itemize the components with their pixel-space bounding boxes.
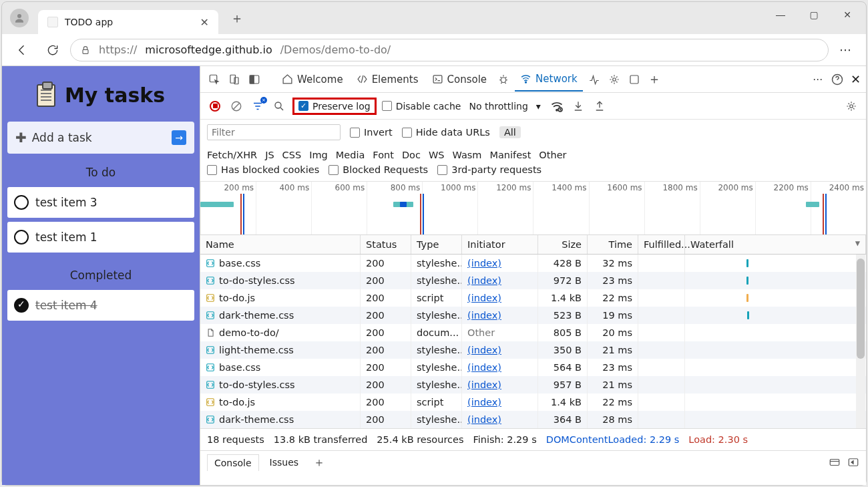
col-initiator[interactable]: Initiator xyxy=(462,235,538,254)
add-task-input[interactable]: ✚ Add a task → xyxy=(7,122,194,154)
request-row[interactable]: to-do-styles.css200styleshe...(index)972… xyxy=(200,272,866,289)
preserve-log-checkbox[interactable]: ✓ Preserve log xyxy=(292,98,377,115)
url-input[interactable]: https://microsoftedge.github.io/Demos/de… xyxy=(70,39,829,61)
request-row[interactable]: demo-to-do/200docum...Other805 B20 ms xyxy=(200,324,866,341)
tab-elements[interactable]: Elements xyxy=(351,69,424,90)
col-status[interactable]: Status xyxy=(361,235,411,254)
window-minimize-button[interactable]: ― xyxy=(766,5,795,25)
window-close-button[interactable]: ✕ xyxy=(833,5,862,25)
col-time[interactable]: Time xyxy=(588,235,638,254)
refresh-button[interactable] xyxy=(39,37,66,63)
drawer-tab-console[interactable]: Console xyxy=(207,454,259,471)
inspect-element-button[interactable] xyxy=(206,71,223,88)
svg-point-0 xyxy=(17,14,21,18)
filter-type[interactable]: WS xyxy=(429,150,445,160)
filter-type[interactable]: Media xyxy=(336,150,365,160)
task-checkbox[interactable] xyxy=(14,195,29,210)
window-maximize-button[interactable]: ▢ xyxy=(799,5,829,25)
network-timeline[interactable]: 200 ms400 ms600 ms800 ms1000 ms1200 ms14… xyxy=(200,182,866,235)
new-tab-button[interactable]: ＋ xyxy=(226,5,248,31)
network-grid-body[interactable]: base.css200styleshe...(index)428 B32 mst… xyxy=(200,255,866,428)
filter-type[interactable]: JS xyxy=(265,150,274,160)
dock-side-button[interactable] xyxy=(246,71,263,88)
profile-button[interactable] xyxy=(10,9,29,27)
task-item[interactable]: test item 1 xyxy=(7,222,194,253)
request-row[interactable]: base.css200styleshe...(index)564 B23 ms xyxy=(200,359,866,376)
performance-icon[interactable] xyxy=(586,71,603,88)
application-icon[interactable] xyxy=(626,71,643,88)
network-toolbar: × ✓ Preserve log Disable cache No thrott… xyxy=(200,93,866,120)
disable-cache-checkbox[interactable]: Disable cache xyxy=(382,101,461,112)
timeline-tick: 2400 ms xyxy=(811,182,866,234)
record-button[interactable] xyxy=(207,98,223,114)
request-row[interactable]: to-do.js200script(index)1.4 kB22 ms xyxy=(200,393,866,411)
request-row[interactable]: to-do.js200script(index)1.4 kB22 ms xyxy=(200,289,866,307)
task-label: test item 4 xyxy=(35,299,97,312)
search-button[interactable] xyxy=(271,98,287,114)
memory-icon[interactable] xyxy=(606,71,623,88)
drawer-add-tab[interactable]: ＋ xyxy=(309,454,329,470)
request-row[interactable]: base.css200styleshe...(index)428 B32 ms xyxy=(200,255,866,272)
timeline-tick: 2000 ms xyxy=(700,182,755,234)
lock-icon xyxy=(80,45,91,55)
filter-type[interactable]: Other xyxy=(539,150,566,160)
tab-welcome[interactable]: Welcome xyxy=(276,69,349,90)
browser-menu-button[interactable]: ⋯ xyxy=(833,43,859,57)
export-har-button[interactable] xyxy=(592,98,608,114)
filter-type[interactable]: Doc xyxy=(402,150,421,160)
filter-toggle-button[interactable]: × xyxy=(250,98,266,114)
invert-checkbox[interactable]: Invert xyxy=(350,127,393,138)
svg-rect-6 xyxy=(250,75,254,84)
task-item-done[interactable]: test item 4 xyxy=(7,290,194,321)
filter-type[interactable]: Font xyxy=(373,150,394,160)
blocked-cookies-checkbox[interactable]: Has blocked cookies xyxy=(207,164,319,175)
filter-input[interactable] xyxy=(207,124,341,140)
request-row[interactable]: light-theme.css200styleshe...(index)350 … xyxy=(200,341,866,359)
tab-favicon xyxy=(47,17,58,27)
help-icon[interactable] xyxy=(831,73,844,86)
device-toolbar-button[interactable] xyxy=(226,71,243,88)
col-size[interactable]: Size xyxy=(538,235,588,254)
network-conditions-button[interactable] xyxy=(549,98,565,114)
status-finish: Finish: 2.29 s xyxy=(473,434,536,445)
blocked-requests-checkbox[interactable]: Blocked Requests xyxy=(329,164,428,175)
devtools-close-button[interactable]: ✕ xyxy=(851,72,861,86)
request-row[interactable]: dark-theme.css200styleshe...(index)523 B… xyxy=(200,307,866,324)
filter-type[interactable]: CSS xyxy=(282,150,302,160)
devtools-panel: Welcome Elements Console Network ＋ ⋯ ✕ xyxy=(200,66,866,485)
section-todo-label: To do xyxy=(7,162,194,179)
filter-type[interactable]: Fetch/XHR xyxy=(207,150,257,160)
task-checkbox[interactable] xyxy=(14,298,29,313)
more-tabs-button[interactable]: ＋ xyxy=(646,71,663,88)
drawer-expand-icon[interactable] xyxy=(847,456,859,468)
filter-type[interactable]: Img xyxy=(309,150,328,160)
task-checkbox[interactable] xyxy=(14,230,29,245)
drawer-tab-issues[interactable]: Issues xyxy=(263,454,306,470)
col-type[interactable]: Type xyxy=(411,235,462,254)
third-party-checkbox[interactable]: 3rd-party requests xyxy=(437,164,541,175)
devtools-menu-button[interactable]: ⋯ xyxy=(813,73,824,86)
clear-button[interactable] xyxy=(228,98,244,114)
throttling-select[interactable]: No throttling ▾ xyxy=(466,101,543,112)
import-har-button[interactable] xyxy=(570,98,586,114)
back-button[interactable] xyxy=(9,37,35,63)
network-settings-button[interactable] xyxy=(843,98,859,114)
filter-type[interactable]: Manifest xyxy=(489,150,531,160)
request-row[interactable]: dark-theme.css200styleshe...(index)364 B… xyxy=(200,411,866,428)
filter-type[interactable]: Wasm xyxy=(452,150,481,160)
col-name[interactable]: Name xyxy=(200,235,361,254)
add-task-submit[interactable]: → xyxy=(172,130,186,145)
tab-console[interactable]: Console xyxy=(427,69,493,90)
svg-rect-7 xyxy=(433,75,442,83)
filter-all[interactable]: All xyxy=(499,126,521,138)
tab-close-button[interactable]: ✕ xyxy=(198,13,212,31)
drawer-issues-icon[interactable] xyxy=(829,456,841,468)
debug-icon[interactable] xyxy=(495,71,512,88)
tab-network[interactable]: Network xyxy=(515,69,583,92)
col-fulfilled[interactable]: Fulfilled... xyxy=(638,235,685,254)
col-waterfall[interactable]: Waterfall xyxy=(685,235,866,254)
request-row[interactable]: to-do-styles.css200styleshe...(index)957… xyxy=(200,376,866,393)
browser-tab[interactable]: TODO app ✕ xyxy=(38,10,218,34)
hide-data-urls-checkbox[interactable]: Hide data URLs xyxy=(402,127,490,138)
task-item[interactable]: test item 3 xyxy=(7,187,194,218)
